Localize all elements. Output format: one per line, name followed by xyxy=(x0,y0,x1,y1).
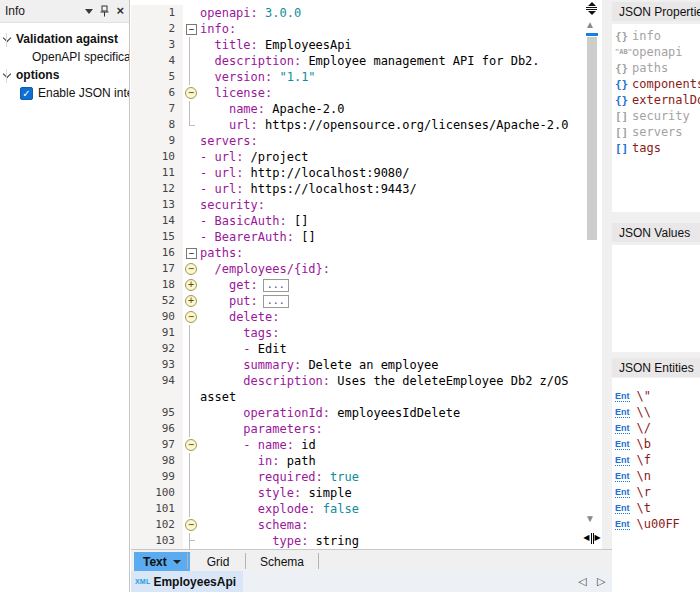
code-text: get:... xyxy=(200,277,583,293)
scroll-down-arrow-icon[interactable]: ▼ xyxy=(585,513,595,524)
split-view-handle-icon[interactable] xyxy=(585,2,598,16)
fold-toggle-icon[interactable]: − xyxy=(183,85,200,101)
code-row[interactable]: 96 parameters: xyxy=(131,421,583,437)
property-item-tags[interactable]: []tags xyxy=(612,140,700,156)
fold-toggle-icon[interactable]: − xyxy=(183,437,200,453)
entity-item[interactable]: Ent\t xyxy=(612,500,700,516)
line-number: 6 xyxy=(131,85,183,101)
code-row[interactable]: 102− schema: xyxy=(131,517,583,533)
code-row[interactable]: 4 description: Employee management API f… xyxy=(131,53,583,69)
property-item-externalDocs[interactable]: {}externalDocs xyxy=(612,92,700,108)
line-number: 90 xyxy=(131,309,183,325)
line-number: 18 xyxy=(131,277,183,293)
line-number: 52 xyxy=(131,293,183,309)
object-type-icon: {} xyxy=(615,31,632,42)
code-row[interactable]: 98 in: path xyxy=(131,453,583,469)
tree-item-openapi-specification[interactable]: OpenAPI specification xyxy=(2,48,129,66)
entity-item[interactable]: Ent\r xyxy=(612,484,700,500)
code-row[interactable]: 10- url: /project xyxy=(131,149,583,165)
property-item-paths[interactable]: {}paths xyxy=(612,60,700,76)
entity-item[interactable]: Ent\" xyxy=(612,388,700,404)
enable-json-checkbox[interactable]: ✓ xyxy=(20,87,33,100)
code-row[interactable]: 15- BearerAuth: [] xyxy=(131,229,583,245)
yaml-text-editor[interactable]: 1openapi: 3.0.02−info:3 title: Employees… xyxy=(131,0,583,549)
fold-toggle-icon[interactable]: − xyxy=(183,309,200,325)
property-item-servers[interactable]: []servers xyxy=(612,124,700,140)
code-row[interactable]: 101 explode: false xyxy=(131,501,583,517)
code-row[interactable]: 2−info: xyxy=(131,21,583,37)
code-row[interactable]: 13security: xyxy=(131,197,583,213)
code-row[interactable]: 5 version: "1.1" xyxy=(131,69,583,85)
entity-label: \n xyxy=(637,469,651,483)
line-number: 95 xyxy=(131,405,183,421)
code-row[interactable]: 14- BasicAuth: [] xyxy=(131,213,583,229)
entity-item[interactable]: Ent\\ xyxy=(612,404,700,420)
collapsed-section-box[interactable]: ... xyxy=(263,279,289,292)
code-row[interactable]: 95 operationId: employeesIdDelete xyxy=(131,405,583,421)
line-number: 14 xyxy=(131,213,183,229)
chevron-down-icon[interactable] xyxy=(3,33,11,41)
tree-item-options[interactable]: options xyxy=(2,66,129,84)
entity-item[interactable]: Ent\f xyxy=(612,452,700,468)
code-row[interactable]: 16−paths: xyxy=(131,245,583,261)
close-icon[interactable]: × xyxy=(116,6,124,16)
fold-toggle-icon[interactable]: − xyxy=(183,21,200,37)
fold-toggle-icon[interactable]: + xyxy=(183,277,200,293)
entity-item[interactable]: Ent\b xyxy=(612,436,700,452)
tab-grid[interactable]: Grid xyxy=(193,552,243,571)
tab-text[interactable]: Text xyxy=(134,552,190,571)
object-type-icon: {} xyxy=(615,95,632,106)
line-number: 5 xyxy=(131,69,183,85)
property-item-openapi[interactable]: "AB"openapi xyxy=(612,44,700,60)
code-row[interactable]: 93 summary: Delete an employee xyxy=(131,357,583,373)
fold-toggle-icon[interactable]: + xyxy=(183,293,200,309)
code-row[interactable]: 99 required: true xyxy=(131,469,583,485)
pin-icon[interactable] xyxy=(100,5,109,17)
code-row[interactable]: 100 style: simple xyxy=(131,485,583,501)
scroll-up-arrow-icon[interactable]: ▲ xyxy=(585,19,595,30)
entity-item[interactable]: Ent\/ xyxy=(612,420,700,436)
code-row[interactable]: asset xyxy=(131,389,583,405)
line-number: 12 xyxy=(131,181,183,197)
file-tab-employeesapi[interactable]: XML EmployeesApi xyxy=(131,571,243,592)
code-row[interactable]: 12- url: https://localhost:9443/ xyxy=(131,181,583,197)
scrollbar-thumb[interactable] xyxy=(587,37,597,240)
property-item-security[interactable]: []security xyxy=(612,108,700,124)
code-row[interactable]: 11- url: http://localhost:9080/ xyxy=(131,165,583,181)
code-text: delete: xyxy=(200,309,583,325)
entity-item[interactable]: Ent\n xyxy=(612,468,700,484)
json-values-header: JSON Values xyxy=(612,223,700,242)
code-row[interactable]: 92 - Edit xyxy=(131,341,583,357)
code-row[interactable]: 17− /employees/{id}: xyxy=(131,261,583,277)
property-item-info[interactable]: {}info xyxy=(612,28,700,44)
tab-separator xyxy=(318,553,319,569)
code-row[interactable]: 18+ get:... xyxy=(131,277,583,293)
code-row[interactable]: 1openapi: 3.0.0 xyxy=(131,5,583,21)
property-label: openapi xyxy=(632,45,683,59)
fold-toggle-icon[interactable]: − xyxy=(183,245,200,261)
window-menu-icon[interactable] xyxy=(85,9,93,14)
property-item-components[interactable]: {}components xyxy=(612,76,700,92)
chevron-down-icon[interactable] xyxy=(3,69,11,77)
collapsed-section-box[interactable]: ... xyxy=(263,295,289,308)
fold-guide xyxy=(183,101,200,117)
fold-toggle-icon[interactable]: − xyxy=(183,261,200,277)
code-row[interactable]: 9servers: xyxy=(131,133,583,149)
code-row[interactable]: 8 url: https://opensource.org/licenses/A… xyxy=(131,117,583,133)
code-row[interactable]: 103 type: string xyxy=(131,533,583,549)
code-row[interactable]: 3 title: EmployeesApi xyxy=(131,37,583,53)
next-file-arrow-icon[interactable]: ▷ xyxy=(597,574,605,588)
code-row[interactable]: 7 name: Apache-2.0 xyxy=(131,101,583,117)
code-row[interactable]: 97− - name: id xyxy=(131,437,583,453)
tab-schema[interactable]: Schema xyxy=(249,552,315,571)
tree-item-validation-against[interactable]: Validation against xyxy=(2,30,129,48)
code-row[interactable]: 52+ put:... xyxy=(131,293,583,309)
prev-file-arrow-icon[interactable]: ◁ xyxy=(578,574,586,588)
entity-item[interactable]: Ent\u00FF xyxy=(612,516,700,532)
code-row[interactable]: 90− delete: xyxy=(131,309,583,325)
horizontal-split-handle-icon[interactable]: ◀▶ xyxy=(583,530,601,546)
code-row[interactable]: 6− license: xyxy=(131,85,583,101)
fold-toggle-icon[interactable]: − xyxy=(183,517,200,533)
code-row[interactable]: 91 tags: xyxy=(131,325,583,341)
code-row[interactable]: 94 description: Uses the deleteEmployee … xyxy=(131,373,583,389)
